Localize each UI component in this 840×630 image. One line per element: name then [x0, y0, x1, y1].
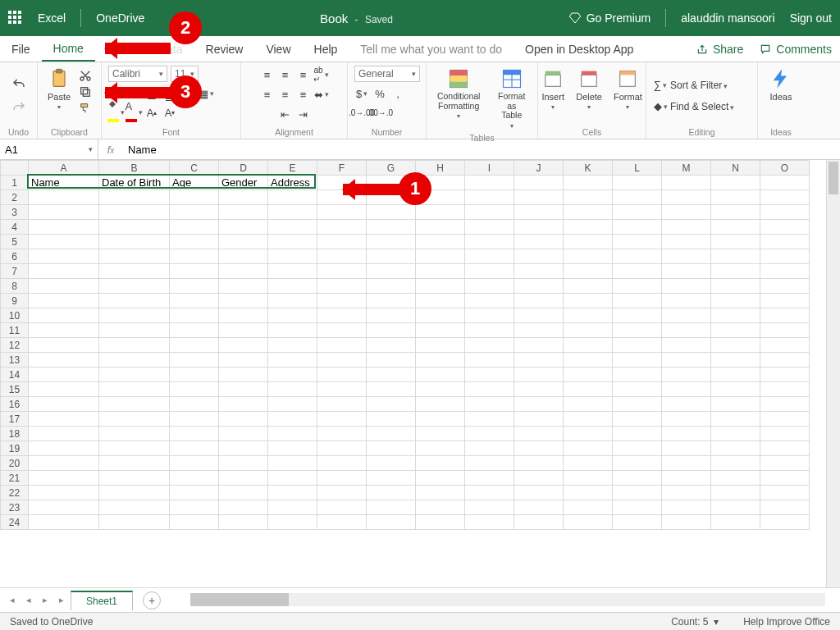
cell[interactable]	[170, 471, 219, 486]
cell[interactable]	[416, 382, 465, 397]
row-header[interactable]: 11	[1, 323, 29, 338]
cell[interactable]	[416, 471, 465, 486]
cell[interactable]	[416, 486, 465, 500]
cell[interactable]	[219, 368, 268, 382]
cell[interactable]	[465, 471, 514, 486]
cell[interactable]	[613, 279, 662, 294]
cell[interactable]	[514, 264, 564, 279]
cell[interactable]	[514, 441, 564, 456]
cell[interactable]	[465, 190, 514, 205]
cell[interactable]	[367, 279, 416, 294]
cell[interactable]	[416, 308, 465, 323]
cell[interactable]	[760, 456, 810, 471]
align-right-button[interactable]: ≡	[296, 87, 311, 102]
cell[interactable]	[514, 397, 564, 412]
cell[interactable]	[367, 264, 416, 279]
cell[interactable]	[564, 515, 613, 530]
cell[interactable]	[613, 427, 662, 441]
cell[interactable]	[219, 397, 268, 412]
row-header[interactable]: 21	[1, 471, 29, 486]
cell[interactable]	[613, 456, 662, 471]
cell[interactable]	[711, 323, 760, 338]
cell[interactable]	[514, 176, 564, 190]
cell[interactable]	[317, 205, 367, 220]
cell[interactable]	[170, 353, 219, 368]
cell[interactable]	[29, 456, 99, 471]
cell[interactable]	[29, 412, 99, 427]
cell[interactable]	[564, 427, 613, 441]
find-select-button[interactable]: Find & Select	[670, 101, 734, 112]
column-header[interactable]: O	[760, 161, 810, 176]
cell[interactable]	[317, 427, 367, 441]
cell[interactable]	[29, 382, 99, 397]
cell[interactable]	[416, 235, 465, 249]
fx-icon[interactable]: fx	[98, 144, 123, 156]
cell[interactable]	[219, 308, 268, 323]
cell[interactable]	[760, 500, 810, 515]
cell[interactable]	[219, 323, 268, 338]
row-header[interactable]: 19	[1, 441, 29, 456]
cell[interactable]	[613, 220, 662, 235]
align-left-button[interactable]: ≡	[260, 87, 275, 102]
row-header[interactable]: 10	[1, 308, 29, 323]
cell[interactable]	[613, 294, 662, 308]
cell[interactable]	[760, 412, 810, 427]
cell[interactable]	[711, 456, 760, 471]
share-button[interactable]: Share	[688, 36, 751, 62]
row-header[interactable]: 15	[1, 382, 29, 397]
spreadsheet-grid[interactable]: ABCDEFGHIJKLMNO1NameDate of BirthAgeGend…	[0, 160, 840, 587]
cell[interactable]	[564, 338, 613, 353]
cell[interactable]	[170, 382, 219, 397]
cell[interactable]	[662, 471, 711, 486]
cell[interactable]	[317, 279, 367, 294]
font-color-button[interactable]: A	[126, 105, 141, 120]
cell[interactable]	[416, 294, 465, 308]
cell[interactable]	[613, 264, 662, 279]
row-header[interactable]: 23	[1, 500, 29, 515]
cell[interactable]	[711, 500, 760, 515]
column-header[interactable]: E	[268, 161, 317, 176]
cell[interactable]	[760, 190, 810, 205]
cell[interactable]	[219, 456, 268, 471]
column-header[interactable]: B	[99, 161, 170, 176]
cell[interactable]	[564, 323, 613, 338]
cell[interactable]	[514, 456, 564, 471]
cell[interactable]	[317, 220, 367, 235]
cell[interactable]	[514, 515, 564, 530]
column-header[interactable]: D	[219, 161, 268, 176]
cell[interactable]	[99, 382, 170, 397]
open-in-desktop-link[interactable]: Open in Desktop App	[514, 36, 645, 62]
row-header[interactable]: 13	[1, 353, 29, 368]
cell[interactable]	[760, 486, 810, 500]
cell[interactable]	[416, 353, 465, 368]
row-header[interactable]: 4	[1, 220, 29, 235]
cell[interactable]	[564, 441, 613, 456]
cell[interactable]	[662, 486, 711, 500]
cell[interactable]	[465, 235, 514, 249]
row-header[interactable]: 17	[1, 412, 29, 427]
cell[interactable]	[564, 353, 613, 368]
align-center-button[interactable]: ≡	[278, 87, 293, 102]
cell[interactable]	[367, 397, 416, 412]
cell[interactable]	[268, 412, 317, 427]
row-header[interactable]: 16	[1, 397, 29, 412]
tab-review[interactable]: Review	[194, 36, 255, 62]
cell[interactable]	[711, 279, 760, 294]
cell[interactable]	[760, 397, 810, 412]
cell[interactable]	[711, 205, 760, 220]
cell[interactable]	[711, 294, 760, 308]
row-header[interactable]: 1	[1, 176, 29, 190]
conditional-formatting-button[interactable]: Conditional Formatting ▾	[433, 66, 484, 121]
ideas-button[interactable]: Ideas	[766, 66, 796, 103]
cell[interactable]	[514, 235, 564, 249]
cell[interactable]	[99, 412, 170, 427]
cell[interactable]	[219, 338, 268, 353]
cell[interactable]	[564, 264, 613, 279]
column-header[interactable]: A	[29, 161, 99, 176]
cell[interactable]	[711, 249, 760, 264]
cell[interactable]	[564, 205, 613, 220]
number-format-select[interactable]: General	[354, 66, 420, 82]
cell[interactable]	[317, 235, 367, 249]
comma-button[interactable]: ,	[390, 86, 405, 101]
shrink-font-button[interactable]: A▾	[162, 105, 177, 120]
